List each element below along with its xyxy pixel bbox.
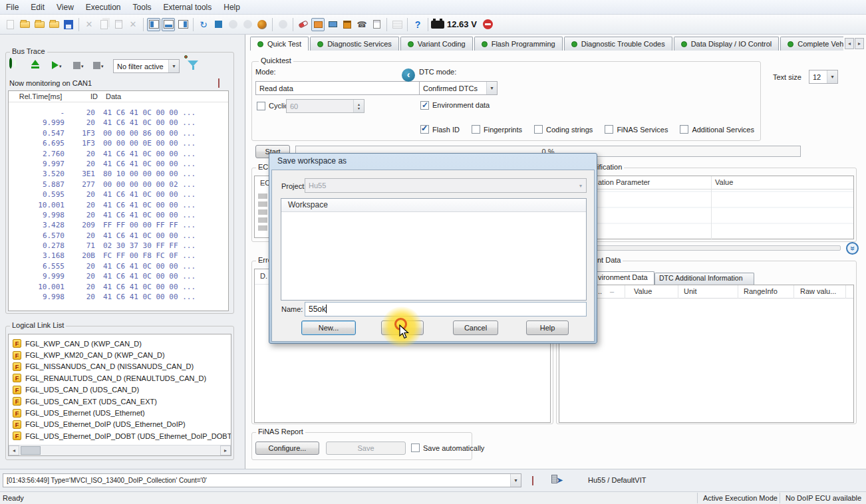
trace-row[interactable]: 10.0012041 C6 41 0C 00 00 ... bbox=[9, 282, 228, 292]
cyclic-checkbox[interactable] bbox=[257, 102, 265, 110]
open-workspace-icon[interactable] bbox=[47, 18, 61, 31]
trace-row[interactable]: 6.5552041 C6 41 0C 00 00 ... bbox=[9, 261, 228, 271]
dtc-mode-select[interactable]: Confirmed DTCs ▾ bbox=[419, 81, 498, 95]
clear-trace-icon[interactable] bbox=[218, 79, 219, 87]
function-tab[interactable]: Variant Coding bbox=[400, 37, 473, 51]
function-tab[interactable]: Diagnostic Trouble Codes bbox=[564, 37, 672, 51]
option-checkbox[interactable] bbox=[605, 125, 613, 134]
trace-row[interactable]: 2.7602041 C6 41 0C 00 00 ... bbox=[9, 149, 228, 159]
open-project-icon[interactable] bbox=[33, 18, 46, 31]
quicktest-option[interactable]: Fingerprints bbox=[472, 125, 522, 134]
trace-row[interactable]: 9.9982041 C6 41 0C 00 00 ... bbox=[9, 210, 228, 220]
menu-item[interactable]: Execution bbox=[80, 1, 127, 14]
trace-row[interactable]: 3.428209FF FF 00 00 FF FF ... bbox=[9, 220, 228, 230]
new-button[interactable]: New... bbox=[301, 320, 356, 335]
cyclic-seconds-spinner[interactable]: 60 ▴▾ bbox=[286, 99, 364, 113]
scroll-left-arrow[interactable]: ◂ bbox=[9, 445, 19, 455]
save-automatically-checkbox[interactable] bbox=[411, 443, 420, 452]
quicktest-option[interactable]: Coding strings bbox=[534, 125, 593, 134]
trace-row[interactable]: 0.5471F300 00 00 86 00 00 ... bbox=[9, 128, 228, 138]
spinner-arrows-icon[interactable]: ▴▾ bbox=[353, 100, 364, 112]
download-icon[interactable] bbox=[226, 18, 239, 31]
tab-dtc-additional-info[interactable]: DTC Additional Information bbox=[654, 273, 754, 285]
quicktest-option[interactable]: Additional Services bbox=[680, 125, 754, 134]
open-file-icon[interactable] bbox=[18, 18, 31, 31]
reload-config-icon[interactable]: ↻ bbox=[197, 18, 210, 31]
logical-link-item[interactable]: F FGL_KWP_KM20_CAN_D (KWP_CAN_D) bbox=[9, 349, 231, 360]
logical-link-item[interactable]: F FGL_NISSANUDS_CAN_D (NISSANUDS_CAN_D) bbox=[9, 361, 231, 372]
menu-item[interactable]: External tools bbox=[158, 1, 218, 14]
trace-row[interactable]: -2041 C6 41 0C 00 00 ... bbox=[9, 108, 228, 118]
report-icon[interactable] bbox=[370, 18, 383, 31]
layout-bottom-panel-icon[interactable] bbox=[162, 18, 175, 31]
trace-row[interactable]: 3.5203E180 10 00 00 00 00 ... bbox=[9, 169, 228, 179]
trace-row[interactable]: 0.2787102 30 37 30 FF FF ... bbox=[9, 241, 228, 251]
monitor-bus-icon[interactable] bbox=[311, 18, 325, 31]
option-checkbox[interactable] bbox=[472, 125, 480, 134]
function-tab[interactable]: Quick Test bbox=[250, 37, 309, 51]
trace-row[interactable]: 6.5702041 C6 41 0C 00 00 ... bbox=[9, 231, 228, 241]
disconnect-icon[interactable] bbox=[482, 18, 495, 31]
network-icon[interactable] bbox=[326, 18, 339, 31]
undo-icon[interactable] bbox=[276, 18, 289, 31]
function-tab[interactable]: Flash Programming bbox=[474, 37, 563, 51]
logical-link-item[interactable]: F FGL_UDS_Ethernet_DoIP_DOBT (UDS_Ethern… bbox=[9, 430, 231, 441]
stop-icon[interactable] bbox=[212, 18, 225, 31]
collapse-panel-icon[interactable]: ‹ bbox=[402, 68, 415, 82]
menu-item[interactable]: View bbox=[51, 1, 80, 14]
workspace-list[interactable]: Workspace bbox=[281, 198, 587, 301]
trace-power-button[interactable] bbox=[9, 59, 12, 67]
trace-row[interactable]: 9.9992041 C6 41 0C 00 00 ... bbox=[9, 271, 228, 281]
connect-vci-icon[interactable] bbox=[297, 18, 310, 31]
menu-item[interactable]: Tools bbox=[127, 1, 158, 14]
menu-item[interactable]: Help bbox=[217, 1, 246, 14]
help-icon[interactable]: ? bbox=[411, 18, 424, 31]
save-report-button[interactable]: Save bbox=[326, 441, 406, 455]
tab-scroll-right-button[interactable]: ▸ bbox=[855, 38, 864, 49]
text-size-select[interactable]: 12 ▾ bbox=[809, 70, 838, 84]
ecu-identification-table[interactable]: ation Parameter Value bbox=[559, 176, 854, 239]
layout-right-panel-icon[interactable] bbox=[176, 18, 190, 31]
trace-row[interactable]: 5.88727700 00 00 00 00 02 ... bbox=[9, 180, 228, 189]
logical-link-hscrollbar[interactable]: ◂ ▸ bbox=[9, 445, 231, 455]
option-checkbox[interactable] bbox=[534, 125, 543, 134]
logical-link-item[interactable]: F FGL_UDS_CAN_EXT (UDS_CAN_EXT) bbox=[9, 396, 231, 407]
function-tab[interactable]: Diagnostic Services bbox=[310, 37, 399, 51]
logical-link-item[interactable]: F FGL_UDS_CAN_D (UDS_CAN_D) bbox=[9, 384, 231, 396]
delete-icon[interactable]: ✕ bbox=[126, 18, 140, 31]
bus-trace-table[interactable]: Rel.Time[ms] ID Data -2041 C6 41 0C 00 0… bbox=[8, 90, 229, 311]
option-checkbox[interactable] bbox=[680, 125, 688, 134]
new-file-icon[interactable] bbox=[3, 18, 17, 31]
trace-filter-select[interactable]: No filter active ▾ bbox=[113, 59, 180, 73]
table-view-icon[interactable] bbox=[390, 18, 404, 31]
log-message-select[interactable]: [01:43:56:449] Type='MVCI_ISO_13400_DoIP… bbox=[3, 473, 521, 487]
function-tab[interactable]: Complete Vehicle Coc bbox=[780, 37, 843, 51]
clear-log-icon[interactable] bbox=[532, 477, 533, 485]
trace-row[interactable]: 9.9992041 C6 41 0C 00 00 ... bbox=[9, 118, 228, 128]
workspace-name-input[interactable]: 55ok bbox=[305, 302, 587, 316]
expand-panel-icon[interactable]: » bbox=[846, 242, 859, 255]
cancel-button[interactable]: Cancel bbox=[453, 320, 498, 335]
scroll-thumb[interactable] bbox=[21, 446, 41, 455]
trace-export-button[interactable]: ▾ bbox=[93, 62, 104, 69]
function-tab[interactable]: Data Display / IO Control bbox=[674, 37, 780, 51]
logical-link-item[interactable]: F FGL_UDS_Ethernet (UDS_Ethernet) bbox=[9, 407, 231, 418]
splitter-groove[interactable] bbox=[559, 245, 841, 251]
trace-row[interactable]: 9.9982041 C6 41 0C 00 00 ... bbox=[9, 292, 228, 302]
panel-splitter[interactable] bbox=[245, 35, 245, 469]
menu-item[interactable]: File bbox=[0, 1, 25, 14]
tab-scroll-left-button[interactable]: ◂ bbox=[845, 38, 854, 49]
scroll-right-arrow[interactable]: ▸ bbox=[220, 445, 231, 455]
trace-row[interactable]: 3.16820BFC FF 00 F8 FC 0F ... bbox=[9, 251, 228, 261]
logical-link-item[interactable]: F FGL_UDS_Ethernet_DoIP (UDS_Ethernet_Do… bbox=[9, 419, 231, 430]
logical-link-item[interactable]: F FGL_KWP_CAN_D (KWP_CAN_D) bbox=[9, 338, 231, 349]
cut-icon[interactable]: ✕ bbox=[82, 18, 96, 31]
logical-link-list[interactable]: F FGL_KWP_CAN_D (KWP_CAN_D) F FGL_KWP_KM… bbox=[8, 334, 231, 456]
phone-icon[interactable]: ☎ bbox=[355, 18, 368, 31]
menu-item[interactable]: Edit bbox=[25, 1, 51, 14]
copy-icon[interactable] bbox=[97, 18, 110, 31]
save-icon[interactable] bbox=[62, 18, 75, 31]
trace-row[interactable]: 9.9972041 C6 41 0C 00 00 ... bbox=[9, 159, 228, 169]
layout-left-panel-icon[interactable] bbox=[147, 18, 160, 31]
environment-data-checkbox[interactable] bbox=[420, 101, 429, 110]
